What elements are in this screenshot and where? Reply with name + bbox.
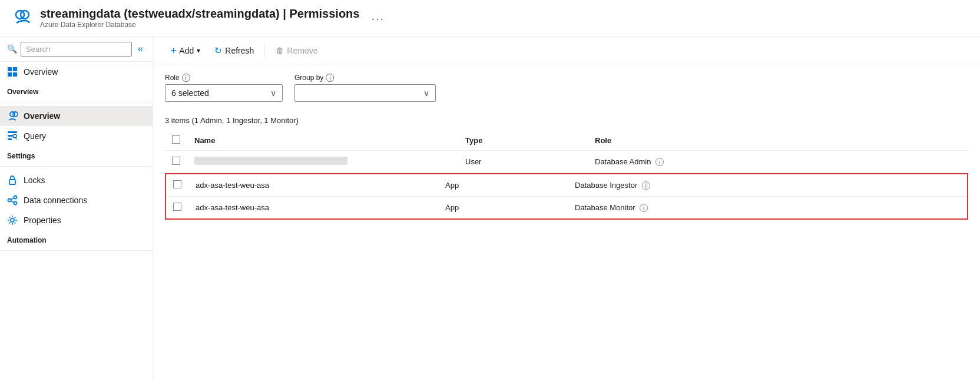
main-content: + Add ▾ ↻ Refresh 🗑 Remove Role i [153,37,980,381]
group-by-info-icon[interactable]: i [326,74,334,82]
refresh-label: Refresh [225,46,254,55]
overview-icon [7,67,18,77]
svg-rect-5 [13,72,17,77]
role-info-icon-3[interactable]: i [640,204,648,212]
svg-rect-2 [8,67,12,71]
row-3-type-cell: App [438,197,568,219]
row-3-checkbox[interactable] [173,203,181,211]
highlighted-table: adx-asa-test-weu-asa App Database Ingest… [166,174,967,218]
svg-rect-12 [9,180,15,184]
role-info-icon[interactable]: i [182,74,190,82]
role-column-header: Role [588,131,968,151]
page-subtitle: Azure Data Explorer Database [40,21,359,29]
sidebar-item-permissions[interactable]: Overview [0,106,153,126]
row-1-role-cell: Database Admin i [588,151,968,173]
svg-rect-10 [8,138,12,140]
role-filter-group: Role i 6 selected ∨ [165,74,283,102]
sidebar-divider-1 [0,102,153,102]
table-summary: 3 items (1 Admin, 1 Ingestor, 1 Monitor) [165,110,968,131]
role-info-icon-1[interactable]: i [655,158,664,166]
table-row: adx-asa-test-weu-asa App Database Ingest… [165,173,968,220]
group-by-filter-select[interactable]: ∨ [294,84,436,102]
sidebar-item-query-label: Query [24,131,46,141]
refresh-icon: ↻ [214,45,222,56]
name-column-header: Name [187,131,458,151]
query-icon [7,131,18,141]
type-column-header: Type [458,131,588,151]
locks-icon [7,175,18,185]
remove-label: Remove [287,46,317,55]
svg-rect-4 [8,72,12,77]
row-3-checkbox-cell [166,197,188,219]
table-area: 3 items (1 Admin, 1 Ingestor, 1 Monitor)… [153,110,980,220]
sidebar-item-data-connections-label: Data connections [24,196,87,205]
row-3-name-cell: adx-asa-test-weu-asa [188,197,438,219]
svg-point-15 [14,202,17,205]
sidebar-item-overview[interactable]: Overview [0,62,153,82]
row-2-role-cell: Database Ingestor i [568,174,967,197]
properties-icon [7,215,18,226]
role-info-icon-2[interactable]: i [642,181,650,190]
role-filter-value: 6 selected [171,88,209,98]
more-options-icon[interactable]: ··· [371,12,385,24]
sidebar-item-properties-label: Properties [24,216,61,225]
highlighted-rows-container: adx-asa-test-weu-asa App Database Ingest… [165,173,968,220]
collapse-sidebar-button[interactable]: « [135,41,145,57]
row-2-type-cell: App [438,174,568,197]
remove-button[interactable]: 🗑 Remove [270,43,323,58]
resource-icon [12,8,33,29]
blurred-name-1 [194,157,347,165]
role-filter-select[interactable]: 6 selected ∨ [165,84,283,102]
automation-section-label: Automation [0,230,153,247]
page-title: streamingdata (testweuadx/streamingdata)… [40,7,359,21]
row-1-type-cell: User [458,151,588,173]
row-2-checkbox[interactable] [173,180,181,188]
row-checkbox-cell-1 [165,151,187,173]
add-label: Add [179,46,194,55]
svg-rect-3 [13,67,17,71]
add-chevron-icon: ▾ [197,47,200,55]
table-row: User Database Admin i [165,151,968,173]
sidebar-divider-2 [0,166,153,167]
row-3-role-cell: Database Monitor i [568,197,967,219]
row-1-checkbox[interactable] [172,157,180,165]
sidebar-item-query[interactable]: Query [0,126,153,146]
search-input[interactable] [21,42,132,57]
table-row: adx-asa-test-weu-asa App Database Ingest… [166,174,967,197]
table-header-row: Name Type Role [165,131,968,151]
role-filter-label: Role i [165,74,283,82]
refresh-button[interactable]: ↻ Refresh [208,42,260,59]
data-connections-icon [7,195,18,206]
svg-point-13 [8,199,11,202]
role-chevron-icon: ∨ [270,88,276,98]
header-text-block: streamingdata (testweuadx/streamingdata)… [40,7,359,29]
add-icon: + [171,45,176,56]
table-row: adx-asa-test-weu-asa App Database Monito… [166,197,967,219]
toolbar: + Add ▾ ↻ Refresh 🗑 Remove [153,37,980,65]
sidebar: 🔍 « Overview Overview [0,37,153,381]
row-2-checkbox-cell [166,174,188,197]
row-2-name-cell: adx-asa-test-weu-asa [188,174,438,197]
row-1-name-cell [187,151,458,173]
select-all-checkbox[interactable] [172,135,180,144]
svg-line-16 [11,198,14,200]
sidebar-item-data-connections[interactable]: Data connections [0,190,153,210]
group-by-chevron-icon: ∨ [423,88,429,98]
sidebar-item-locks-label: Locks [24,175,45,185]
filters-area: Role i 6 selected ∨ Group by i ∨ [153,65,980,110]
select-all-header [165,131,187,151]
sidebar-item-properties[interactable]: Properties [0,210,153,230]
svg-rect-8 [8,131,17,133]
sidebar-item-locks[interactable]: Locks [0,170,153,190]
sidebar-item-label: Overview [24,67,58,77]
svg-line-17 [11,201,14,203]
add-button[interactable]: + Add ▾ [165,42,206,59]
toolbar-divider [264,44,265,58]
settings-section-label: Settings [0,146,153,163]
remove-icon: 🗑 [276,46,284,55]
page-header: streamingdata (testweuadx/streamingdata)… [0,0,980,37]
search-icon: 🔍 [7,44,17,54]
permissions-table: Name Type Role User [165,131,968,220]
svg-point-18 [11,218,14,222]
overview-section-label: Overview [0,82,153,98]
